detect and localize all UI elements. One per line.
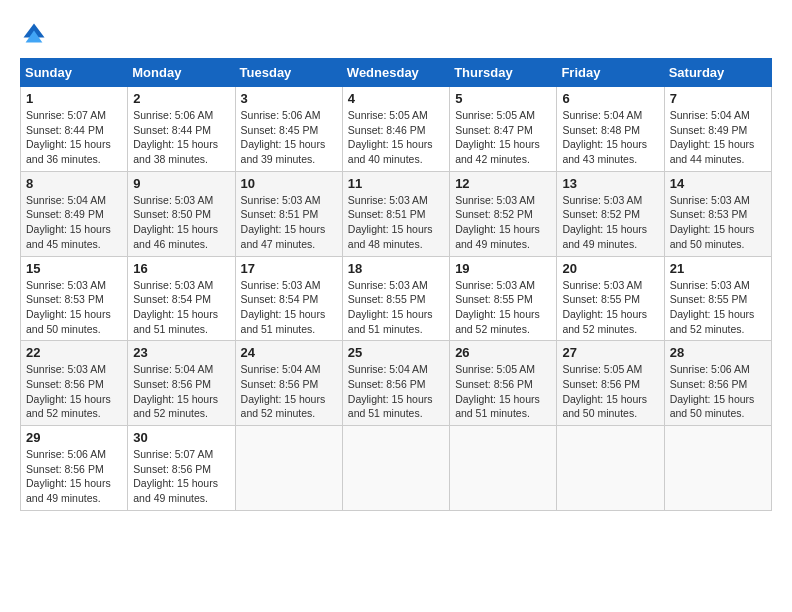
day-number: 13 [562,176,658,191]
calendar-cell: 16 Sunrise: 5:03 AM Sunset: 8:54 PM Dayl… [128,256,235,341]
day-detail: Sunrise: 5:07 AM Sunset: 8:44 PM Dayligh… [26,108,122,167]
day-number: 3 [241,91,337,106]
calendar-cell: 5 Sunrise: 5:05 AM Sunset: 8:47 PM Dayli… [450,87,557,172]
day-detail: Sunrise: 5:03 AM Sunset: 8:52 PM Dayligh… [562,193,658,252]
calendar-cell: 10 Sunrise: 5:03 AM Sunset: 8:51 PM Dayl… [235,171,342,256]
calendar-cell: 3 Sunrise: 5:06 AM Sunset: 8:45 PM Dayli… [235,87,342,172]
day-number: 21 [670,261,766,276]
calendar-cell [235,426,342,511]
calendar-cell: 12 Sunrise: 5:03 AM Sunset: 8:52 PM Dayl… [450,171,557,256]
day-detail: Sunrise: 5:03 AM Sunset: 8:50 PM Dayligh… [133,193,229,252]
calendar-cell: 23 Sunrise: 5:04 AM Sunset: 8:56 PM Dayl… [128,341,235,426]
day-number: 20 [562,261,658,276]
day-header-thursday: Thursday [450,59,557,87]
day-detail: Sunrise: 5:03 AM Sunset: 8:53 PM Dayligh… [670,193,766,252]
calendar-cell: 6 Sunrise: 5:04 AM Sunset: 8:48 PM Dayli… [557,87,664,172]
day-header-sunday: Sunday [21,59,128,87]
day-detail: Sunrise: 5:05 AM Sunset: 8:56 PM Dayligh… [455,362,551,421]
day-detail: Sunrise: 5:04 AM Sunset: 8:48 PM Dayligh… [562,108,658,167]
day-number: 25 [348,345,444,360]
day-detail: Sunrise: 5:03 AM Sunset: 8:51 PM Dayligh… [348,193,444,252]
day-number: 27 [562,345,658,360]
day-detail: Sunrise: 5:04 AM Sunset: 8:49 PM Dayligh… [670,108,766,167]
calendar-table: SundayMondayTuesdayWednesdayThursdayFrid… [20,58,772,511]
day-number: 28 [670,345,766,360]
day-detail: Sunrise: 5:03 AM Sunset: 8:54 PM Dayligh… [133,278,229,337]
day-number: 11 [348,176,444,191]
day-detail: Sunrise: 5:06 AM Sunset: 8:44 PM Dayligh… [133,108,229,167]
day-detail: Sunrise: 5:07 AM Sunset: 8:56 PM Dayligh… [133,447,229,506]
day-detail: Sunrise: 5:03 AM Sunset: 8:52 PM Dayligh… [455,193,551,252]
week-row-2: 8 Sunrise: 5:04 AM Sunset: 8:49 PM Dayli… [21,171,772,256]
calendar-cell: 29 Sunrise: 5:06 AM Sunset: 8:56 PM Dayl… [21,426,128,511]
day-detail: Sunrise: 5:03 AM Sunset: 8:53 PM Dayligh… [26,278,122,337]
week-row-5: 29 Sunrise: 5:06 AM Sunset: 8:56 PM Dayl… [21,426,772,511]
day-number: 6 [562,91,658,106]
day-detail: Sunrise: 5:03 AM Sunset: 8:55 PM Dayligh… [348,278,444,337]
calendar-cell: 9 Sunrise: 5:03 AM Sunset: 8:50 PM Dayli… [128,171,235,256]
calendar-cell: 13 Sunrise: 5:03 AM Sunset: 8:52 PM Dayl… [557,171,664,256]
day-detail: Sunrise: 5:06 AM Sunset: 8:56 PM Dayligh… [670,362,766,421]
day-number: 24 [241,345,337,360]
week-row-3: 15 Sunrise: 5:03 AM Sunset: 8:53 PM Dayl… [21,256,772,341]
day-detail: Sunrise: 5:06 AM Sunset: 8:56 PM Dayligh… [26,447,122,506]
calendar-cell: 7 Sunrise: 5:04 AM Sunset: 8:49 PM Dayli… [664,87,771,172]
calendar-cell: 8 Sunrise: 5:04 AM Sunset: 8:49 PM Dayli… [21,171,128,256]
day-detail: Sunrise: 5:05 AM Sunset: 8:56 PM Dayligh… [562,362,658,421]
page-header [20,20,772,48]
day-number: 9 [133,176,229,191]
calendar-cell: 11 Sunrise: 5:03 AM Sunset: 8:51 PM Dayl… [342,171,449,256]
day-number: 4 [348,91,444,106]
day-header-wednesday: Wednesday [342,59,449,87]
day-detail: Sunrise: 5:05 AM Sunset: 8:46 PM Dayligh… [348,108,444,167]
day-number: 22 [26,345,122,360]
calendar-cell: 17 Sunrise: 5:03 AM Sunset: 8:54 PM Dayl… [235,256,342,341]
day-number: 1 [26,91,122,106]
calendar-cell: 21 Sunrise: 5:03 AM Sunset: 8:55 PM Dayl… [664,256,771,341]
day-detail: Sunrise: 5:04 AM Sunset: 8:56 PM Dayligh… [133,362,229,421]
day-number: 14 [670,176,766,191]
day-detail: Sunrise: 5:05 AM Sunset: 8:47 PM Dayligh… [455,108,551,167]
calendar-cell: 26 Sunrise: 5:05 AM Sunset: 8:56 PM Dayl… [450,341,557,426]
day-number: 12 [455,176,551,191]
day-number: 2 [133,91,229,106]
day-number: 23 [133,345,229,360]
day-number: 5 [455,91,551,106]
day-detail: Sunrise: 5:04 AM Sunset: 8:56 PM Dayligh… [348,362,444,421]
day-header-saturday: Saturday [664,59,771,87]
day-number: 7 [670,91,766,106]
day-detail: Sunrise: 5:03 AM Sunset: 8:56 PM Dayligh… [26,362,122,421]
day-number: 16 [133,261,229,276]
day-detail: Sunrise: 5:04 AM Sunset: 8:49 PM Dayligh… [26,193,122,252]
calendar-cell: 27 Sunrise: 5:05 AM Sunset: 8:56 PM Dayl… [557,341,664,426]
calendar-cell: 15 Sunrise: 5:03 AM Sunset: 8:53 PM Dayl… [21,256,128,341]
day-number: 29 [26,430,122,445]
logo-icon [20,20,48,48]
day-detail: Sunrise: 5:03 AM Sunset: 8:55 PM Dayligh… [670,278,766,337]
day-number: 10 [241,176,337,191]
week-row-1: 1 Sunrise: 5:07 AM Sunset: 8:44 PM Dayli… [21,87,772,172]
day-number: 8 [26,176,122,191]
calendar-cell: 20 Sunrise: 5:03 AM Sunset: 8:55 PM Dayl… [557,256,664,341]
calendar-cell: 19 Sunrise: 5:03 AM Sunset: 8:55 PM Dayl… [450,256,557,341]
calendar-cell [664,426,771,511]
calendar-cell: 24 Sunrise: 5:04 AM Sunset: 8:56 PM Dayl… [235,341,342,426]
day-detail: Sunrise: 5:03 AM Sunset: 8:55 PM Dayligh… [455,278,551,337]
day-number: 19 [455,261,551,276]
day-header-friday: Friday [557,59,664,87]
day-number: 17 [241,261,337,276]
day-number: 18 [348,261,444,276]
day-detail: Sunrise: 5:06 AM Sunset: 8:45 PM Dayligh… [241,108,337,167]
calendar-cell: 4 Sunrise: 5:05 AM Sunset: 8:46 PM Dayli… [342,87,449,172]
calendar-cell: 1 Sunrise: 5:07 AM Sunset: 8:44 PM Dayli… [21,87,128,172]
day-header-tuesday: Tuesday [235,59,342,87]
calendar-cell [342,426,449,511]
day-detail: Sunrise: 5:04 AM Sunset: 8:56 PM Dayligh… [241,362,337,421]
day-detail: Sunrise: 5:03 AM Sunset: 8:51 PM Dayligh… [241,193,337,252]
calendar-cell: 18 Sunrise: 5:03 AM Sunset: 8:55 PM Dayl… [342,256,449,341]
day-number: 26 [455,345,551,360]
day-detail: Sunrise: 5:03 AM Sunset: 8:55 PM Dayligh… [562,278,658,337]
calendar-cell: 28 Sunrise: 5:06 AM Sunset: 8:56 PM Dayl… [664,341,771,426]
calendar-cell: 2 Sunrise: 5:06 AM Sunset: 8:44 PM Dayli… [128,87,235,172]
logo [20,20,51,48]
